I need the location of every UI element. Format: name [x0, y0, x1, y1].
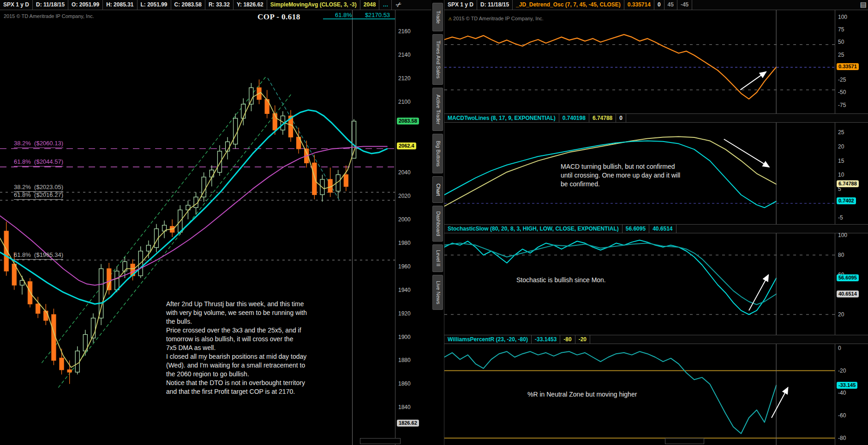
tab-times-and-sales[interactable]: Times And Sales [432, 34, 443, 85]
left-chart-panel: SPX 1 y DD: 11/18/15O: 2051.99H: 2085.31… [0, 0, 431, 445]
wpr-study-header: WilliamsPercentR (23, -20, -80)-33.1453-… [444, 335, 868, 344]
left-chart-body[interactable]: 2160214021202100204020202000198019601940… [0, 10, 431, 445]
dto-plot[interactable] [444, 10, 835, 113]
tab-live-news[interactable]: Live News [432, 275, 443, 310]
panel-menu-icon[interactable]: ▤ [860, 1, 867, 8]
study-header-cell[interactable]: SPX 1 y D [444, 0, 477, 10]
ohlc-header-cell[interactable]: O: 2051.99 [68, 0, 103, 10]
wpr-plot[interactable] [444, 344, 835, 445]
ohlc-header-cell[interactable]: 2048 [360, 0, 380, 10]
fib-retracement-label[interactable]: 61.8% ($1965.34) [14, 251, 63, 260]
wpr-header-cell[interactable]: -80 [560, 335, 575, 344]
wpr-annotation: %R in Neutral Zone but moving higher [527, 390, 637, 399]
tab-active-trader[interactable]: Active Trader [432, 88, 443, 131]
axis-tick-label: 1960 [398, 264, 411, 269]
ohlc-header-cell[interactable]: H: 2085.31 [103, 0, 137, 10]
axis-tick-label: 1980 [398, 240, 411, 246]
cop-target-title: COP - 0.618 [257, 12, 300, 22]
axis-tick-label: -20 [838, 368, 846, 374]
axis-tick-label: -5 [838, 215, 843, 220]
macd-header-cell[interactable]: 0.740198 [559, 114, 589, 122]
stoch-study-panel[interactable]: Stochastic is bullish since Mon.10080602… [444, 233, 868, 335]
axis-value-badge: -33.145 [837, 382, 857, 389]
stoch-header-cell[interactable]: 40.6514 [649, 225, 676, 233]
ohlc-header-cell[interactable]: R: 33.32 [205, 0, 233, 10]
macd-study-panel[interactable]: MACD turning bullish, but not confirmed … [444, 123, 868, 224]
left-bottom-divider-handle[interactable] [360, 438, 401, 444]
dto-value-axis[interactable]: 100755025-25-50-750.33571 [835, 10, 868, 113]
axis-tick-label: 10 [838, 172, 844, 178]
wpr-value-axis[interactable]: 0-20-40-60-80-33.145 [835, 344, 868, 445]
fib-retracement-label[interactable]: 61.8% ($2044.57) [14, 158, 63, 166]
fib-extension-pct: 61.8% [335, 12, 352, 18]
fib-retracement-label[interactable]: 38.2% ($2023.05) [14, 184, 63, 192]
stoch-header-cell[interactable]: StochasticSlow (80, 20, 8, 3, HIGH, LOW,… [444, 225, 623, 233]
axis-tick-label: -60 [838, 413, 846, 418]
study-header-cell[interactable]: D: 11/18/15 [477, 0, 513, 10]
fib-extension-label: 61.8% $2170.53 [335, 12, 390, 18]
stoch-plot[interactable] [444, 233, 835, 335]
study-header-cell[interactable]: 0 [654, 0, 664, 10]
left-price-axis[interactable]: 2160214021202100204020202000198019601940… [395, 10, 432, 445]
axis-tick-label: 1920 [398, 311, 411, 316]
gadget-tab-strip: TradeTimes And SalesActive TraderBig But… [431, 0, 444, 445]
stoch-annotation: Stochastic is bullish since Mon. [516, 276, 606, 285]
trader-annotation: After 2nd Up Thrustj bar this week, and … [166, 300, 344, 396]
right-chart-header: SPX 1 y DD: 11/18/15_JD_Detrend_Osc (7, … [444, 0, 868, 10]
fib-retracement-label[interactable]: 61.8% ($2016.27) [14, 191, 63, 200]
axis-tick-label: 2020 [398, 193, 411, 199]
axis-tick-label: -80 [838, 435, 846, 441]
copyright-text: ⚠2015 © TD Ameritrade IP Company, Inc. [448, 16, 544, 21]
warning-icon: ⚠ [448, 17, 452, 21]
axis-tick-label: -25 [838, 77, 846, 83]
ohlc-header-cell[interactable]: … [379, 0, 392, 10]
wpr-header-cell[interactable]: -20 [575, 335, 590, 344]
ohlc-header-cell[interactable]: D: 11/18/15 [33, 0, 68, 10]
ohlc-header-cell[interactable]: C: 2083.58 [171, 0, 205, 10]
tab-dashboard[interactable]: Dashboard [432, 206, 443, 242]
wpr-header-cell[interactable]: -33.1453 [532, 335, 560, 344]
stoch-header-cell[interactable]: 56.6095 [623, 225, 649, 233]
macd-header-cell[interactable]: 6.74788 [589, 114, 616, 122]
study-header-cell[interactable]: _JD_Detrend_Osc (7, 7, 45, -45, CLOSE) [513, 0, 624, 10]
axis-tick-label: 80 [838, 252, 844, 258]
axis-value-badge: 56.6095 [837, 274, 859, 281]
axis-tick-label: 100 [838, 232, 847, 238]
ohlc-header-cell[interactable]: SPX 1 y D [0, 0, 33, 10]
trend-arrow [749, 275, 768, 310]
left-chart-header: SPX 1 y DD: 11/18/15O: 2051.99H: 2085.31… [0, 0, 431, 10]
dto-study-panel[interactable]: ⚠2015 © TD Ameritrade IP Company, Inc.10… [444, 10, 868, 113]
trend-arrow [740, 72, 766, 90]
axis-tick-label: 1860 [398, 381, 411, 386]
axis-tick-label: 2100 [398, 99, 411, 105]
ohlc-header-cell[interactable]: Y: 1826.62 [233, 0, 267, 10]
axis-tick-label: 20 [838, 144, 844, 149]
study-header-cell[interactable]: 45 [664, 0, 677, 10]
axis-tick-label: 100 [838, 14, 847, 20]
axis-tick-label: 15 [838, 158, 844, 164]
stoch-value-axis[interactable]: 10080602056.609540.6514 [835, 233, 868, 335]
macd-header-cell[interactable]: 0 [616, 114, 626, 122]
study-header-cell[interactable]: 0.335714 [624, 0, 654, 10]
tab-big-buttons[interactable]: Big Buttons [432, 134, 443, 173]
macd-value-axis[interactable]: 252015105-56.747880.7402 [835, 123, 868, 224]
tab-trade[interactable]: Trade [432, 3, 443, 31]
wpr-header-cell[interactable]: WilliamsPercentR (23, -20, -80) [444, 335, 532, 344]
macd-annotation: MACD turning bullish, but not confirmed … [561, 162, 680, 189]
trading-workspace: SPX 1 y DD: 11/18/15O: 2051.99H: 2085.31… [0, 0, 868, 445]
axis-tick-label: 1940 [398, 287, 411, 293]
fib-retracement-label[interactable]: 38.2% ($2060.13) [14, 140, 63, 148]
axis-tick-label: 2120 [398, 76, 411, 81]
copyright-text: 2015 © TD Ameritrade IP Company, Inc. [4, 13, 94, 19]
axis-tick-label: 2140 [398, 52, 411, 58]
tab-level-ii[interactable]: Level II [432, 244, 443, 272]
axis-tick-label: 75 [838, 27, 844, 32]
ohlc-header-cell[interactable]: L: 2051.99 [138, 0, 171, 10]
axis-tick-label: 2000 [398, 217, 411, 222]
tab-chart[interactable]: Chart [432, 176, 443, 203]
right-bottom-divider-handle[interactable] [665, 438, 704, 444]
ohlc-header-cell[interactable]: SimpleMovingAvg (CLOSE, 3, -3) [267, 0, 360, 10]
wpr-study-panel[interactable]: %R in Neutral Zone but moving higher0-20… [444, 344, 868, 445]
study-header-cell[interactable]: -45 [677, 0, 692, 10]
macd-header-cell[interactable]: MACDTwoLines (8, 17, 9, EXPONENTIAL) [444, 114, 559, 122]
